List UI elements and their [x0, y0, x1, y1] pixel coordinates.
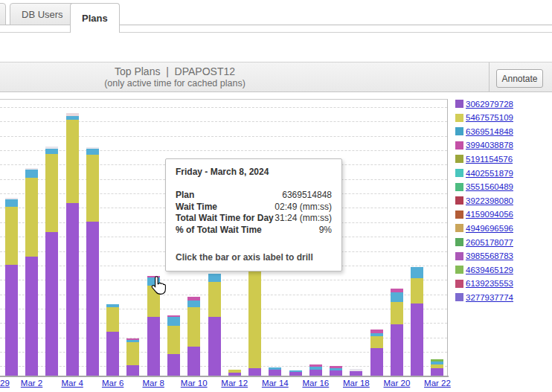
bar-segment-plan-5467575109[interactable]	[370, 336, 383, 348]
legend-plan-link[interactable]: 3922398080	[466, 196, 513, 205]
bar-segment-plan-6369514848[interactable]	[187, 301, 200, 307]
bar-segment-plan-5467575109[interactable]	[411, 278, 423, 303]
bar-segment-plan-5467575109[interactable]	[45, 154, 58, 232]
bar-mar-7[interactable]	[126, 338, 139, 376]
bar-segment-plan-3062979728[interactable]	[269, 370, 281, 376]
x-axis-label-mar-12[interactable]: Mar 12	[221, 379, 248, 388]
bar-segment-plan-3062979728[interactable]	[147, 317, 160, 376]
legend-item: 3551560489	[455, 181, 513, 193]
bar-segment-plan-6369514848[interactable]	[86, 149, 99, 155]
x-axis-label-feb-29[interactable]: Feb 29	[0, 379, 10, 388]
legend-plan-link[interactable]: 2605178077	[466, 238, 513, 247]
bar-segment-plan-3062979728[interactable]	[411, 303, 423, 376]
x-axis-label-mar-4[interactable]: Mar 4	[61, 379, 83, 388]
legend-plan-link[interactable]: 3551560489	[466, 182, 513, 191]
bar-segment-plan-3062979728[interactable]	[330, 370, 342, 376]
bar-segment-plan-6369514848[interactable]	[411, 267, 423, 278]
bar-segment-plan-5467575109[interactable]	[106, 307, 119, 332]
bar-segment-plan-3062979728[interactable]	[106, 332, 119, 376]
bar-segment-plan-6369514848[interactable]	[167, 317, 180, 326]
bar-segment-plan-5467575109[interactable]	[187, 307, 200, 347]
x-axis-label-mar-6[interactable]: Mar 6	[102, 379, 123, 388]
bar-segment-plan-5467575109[interactable]	[66, 120, 79, 203]
bar-mar-11[interactable]	[208, 274, 221, 376]
tooltip-row-value: 6369514848	[282, 190, 332, 202]
x-axis-label-mar-18[interactable]: Mar 18	[343, 379, 370, 388]
bar-segment-plan-3062979728[interactable]	[187, 347, 200, 376]
legend-plan-link[interactable]: 3062979728	[466, 100, 513, 109]
bar-segment-plan-3062979728[interactable]	[86, 222, 99, 376]
x-axis-label-mar-14[interactable]: Mar 14	[262, 379, 289, 388]
bar-segment-plan-3062979728[interactable]	[25, 257, 38, 376]
bar-segment-plan-3062979728[interactable]	[167, 354, 180, 376]
bar-mar-21[interactable]	[411, 267, 423, 376]
bar-mar-6[interactable]	[106, 304, 119, 376]
legend-plan-link[interactable]: 4159094056	[466, 210, 513, 219]
bar-mar-19[interactable]	[370, 330, 383, 376]
legend-plan-link[interactable]: 6369514848	[466, 127, 513, 136]
bar-segment-plan-3062979728[interactable]	[248, 368, 261, 376]
bar-segment-plan-5467575109[interactable]	[86, 155, 99, 222]
legend-plan-link[interactable]: 4949696596	[466, 224, 513, 233]
bar-segment-plan-5467575109[interactable]	[147, 286, 160, 317]
bar-segment-plan-3062979728[interactable]	[431, 368, 443, 376]
bar-segment-plan-5467575109[interactable]	[126, 342, 139, 365]
legend-plan-link[interactable]: 3985568783	[466, 251, 513, 260]
bar-mar-14[interactable]	[269, 367, 281, 376]
bar-segment-plan-5467575109[interactable]	[5, 207, 18, 265]
legend-swatch-icon	[455, 127, 463, 135]
legend-plan-link[interactable]: 3994038878	[466, 141, 513, 150]
bar-mar-12[interactable]	[228, 370, 241, 376]
x-axis-label-mar-20[interactable]: Mar 20	[384, 379, 411, 388]
tooltip-title: Friday - March 8, 2024	[176, 167, 332, 177]
bar-segment-plan-6369514848[interactable]	[45, 149, 58, 154]
bar-mar-15[interactable]	[289, 370, 302, 376]
bar-segment-plan-6369514848[interactable]	[5, 199, 18, 207]
bar-mar-9[interactable]	[167, 315, 180, 376]
x-axis-label-mar-2[interactable]: Mar 2	[21, 379, 42, 388]
bar-mar-8[interactable]	[147, 276, 160, 376]
bar-segment-plan-3062979728[interactable]	[370, 348, 383, 376]
bar-mar-1[interactable]	[5, 198, 18, 376]
x-axis-label-mar-16[interactable]: Mar 16	[302, 379, 329, 388]
tab-plans[interactable]: Plans	[70, 3, 120, 33]
bar-segment-plan-6369514848[interactable]	[147, 277, 160, 286]
bar-segment-plan-3062979728[interactable]	[309, 370, 322, 376]
legend-plan-link[interactable]: 5191154576	[466, 155, 513, 164]
bar-mar-2[interactable]	[25, 168, 38, 376]
x-axis-label-mar-22[interactable]: Mar 22	[424, 379, 451, 388]
bar-mar-17[interactable]	[330, 366, 342, 376]
bar-segment-plan-3062979728[interactable]	[66, 203, 79, 376]
bar-segment-plan-3062979728[interactable]	[126, 365, 139, 376]
bar-segment-plan-3062979728[interactable]	[45, 232, 58, 376]
bar-mar-3[interactable]	[45, 147, 58, 376]
legend-item: 4402551879	[455, 167, 513, 179]
legend-plan-link[interactable]: 5467575109	[466, 113, 513, 122]
legend-plan-link[interactable]: 6139235553	[466, 279, 513, 288]
bar-mar-10[interactable]	[187, 297, 200, 376]
legend-plan-link[interactable]: 3277937774	[466, 293, 513, 302]
tab-db-users[interactable]: DB Users	[10, 3, 75, 25]
bar-segment-plan-3062979728[interactable]	[208, 317, 221, 376]
legend-plan-link[interactable]: 4402551879	[466, 169, 513, 178]
bar-segment-plan-6369514848[interactable]	[208, 274, 221, 282]
bar-segment-plan-5467575109[interactable]	[391, 302, 403, 324]
bar-mar-20[interactable]	[391, 289, 403, 376]
bar-segment-plan-5467575109[interactable]	[25, 178, 38, 257]
bar-segment-plan-3062979728[interactable]	[5, 265, 18, 376]
bar-mar-16[interactable]	[309, 364, 322, 376]
bar-mar-22[interactable]	[431, 359, 443, 376]
x-axis-label-mar-8[interactable]: Mar 8	[142, 379, 164, 388]
bar-segment-plan-3062979728[interactable]	[391, 324, 403, 376]
legend-plan-link[interactable]: 4639465129	[466, 266, 513, 274]
bar-mar-5[interactable]	[86, 147, 99, 376]
bar-segment-plan-5467575109[interactable]	[208, 282, 221, 317]
bar-segment-plan-6369514848[interactable]	[25, 170, 38, 178]
annotate-button[interactable]: Annotate	[496, 69, 543, 88]
tab-partial-left[interactable]	[0, 3, 6, 25]
bar-segment-plan-6369514848[interactable]	[391, 292, 403, 302]
bar-segment-plan-5467575109[interactable]	[167, 326, 180, 354]
x-axis-label-mar-10[interactable]: Mar 10	[181, 379, 208, 388]
bar-mar-18[interactable]	[350, 369, 362, 376]
bar-mar-4[interactable]	[66, 113, 79, 376]
